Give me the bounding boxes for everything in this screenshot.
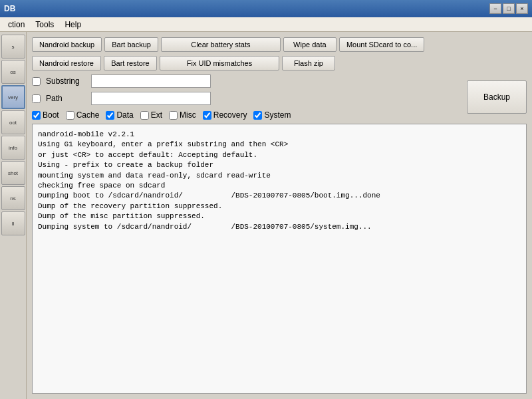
data-checkbox-label[interactable]: Data	[106, 110, 133, 120]
path-row: Path	[32, 92, 462, 105]
terminal-line: or just <CR> to accept default: Acceptin…	[38, 150, 521, 160]
substring-label: Substring	[46, 76, 86, 86]
substring-checkbox[interactable]	[32, 77, 41, 86]
sidebar-item-settings[interactable]: ns	[1, 186, 25, 210]
recovery-checkbox-label[interactable]: Recovery	[203, 110, 247, 120]
fix-uid-button[interactable]: Fix UID mismatches	[160, 56, 279, 70]
path-checkbox[interactable]	[32, 94, 41, 103]
boot-label: Boot	[43, 110, 59, 120]
terminal-output: nandroid-mobile v2.2.1Using G1 keyboard,…	[32, 124, 527, 394]
path-label: Path	[46, 94, 86, 103]
options-section: Substring Path Boot	[32, 74, 527, 120]
data-checkbox[interactable]	[106, 111, 114, 120]
terminal-line: nandroid-mobile v2.2.1	[38, 130, 521, 140]
substring-input[interactable]	[91, 74, 211, 88]
sidebar-item-recovery[interactable]: very	[1, 85, 25, 109]
close-button[interactable]: ×	[516, 3, 528, 14]
wipe-data-button[interactable]: Wipe data	[283, 37, 336, 52]
clear-battery-stats-button[interactable]: Clear battery stats	[161, 37, 281, 52]
cache-label: Cache	[76, 110, 100, 120]
terminal-line: Using G1 keyboard, enter a prefix substr…	[38, 140, 521, 150]
system-checkbox[interactable]	[253, 111, 262, 120]
titlebar-title: DB	[4, 4, 15, 13]
terminal-line: Dump of the misc partition suppressed.	[38, 211, 521, 221]
substring-row: Substring	[32, 74, 462, 88]
mount-sdcard-button[interactable]: Mount SDcard to co...	[339, 37, 424, 52]
terminal-line: checking free space on sdcard	[38, 181, 521, 191]
backup-button[interactable]: Backup	[467, 80, 527, 114]
recovery-label: Recovery	[213, 110, 247, 120]
recovery-checkbox[interactable]	[203, 111, 211, 120]
terminal-line: Dumping boot to /sdcard/nandroid/ /BDS-2…	[38, 191, 521, 201]
menu-item-help[interactable]: Help	[59, 19, 86, 31]
terminal-line: Using - prefix to create a backup folder	[38, 160, 521, 170]
sidebar-item-screenshot[interactable]: shot	[1, 161, 25, 185]
button-row-1: Nandroid backup Bart backup Clear batter…	[32, 37, 527, 52]
sidebar-item-shell[interactable]: ll	[1, 211, 25, 235]
sidebar-item-s[interactable]: s	[1, 35, 25, 59]
cache-checkbox[interactable]	[66, 111, 74, 120]
menubar: ction Tools Help	[0, 17, 532, 32]
checkbox-row: Boot Cache Data Ext	[32, 110, 462, 120]
bart-restore-button[interactable]: Bart restore	[104, 56, 157, 70]
misc-checkbox[interactable]	[169, 111, 178, 120]
minimize-button[interactable]: −	[489, 3, 501, 14]
options-fields: Substring Path Boot	[32, 74, 462, 120]
misc-checkbox-label[interactable]: Misc	[169, 110, 196, 120]
nandroid-restore-button[interactable]: Nandroid restore	[32, 56, 101, 70]
boot-checkbox-label[interactable]: Boot	[32, 110, 59, 120]
titlebar-controls: − □ ×	[489, 3, 528, 14]
data-label: Data	[116, 110, 133, 120]
menu-item-tools[interactable]: Tools	[30, 19, 59, 31]
cache-checkbox-label[interactable]: Cache	[66, 110, 100, 120]
maximize-button[interactable]: □	[503, 3, 515, 14]
ext-checkbox-label[interactable]: Ext	[140, 110, 162, 120]
system-label: System	[264, 110, 291, 120]
flash-zip-button[interactable]: Flash zip	[282, 56, 335, 70]
content-area: Nandroid backup Bart backup Clear batter…	[27, 32, 532, 399]
sidebar-item-boot[interactable]: oot	[1, 110, 25, 134]
boot-checkbox[interactable]	[32, 111, 41, 120]
terminal-line: Dump of the recovery partition suppresse…	[38, 201, 521, 211]
main-container: s os very oot info shot ns ll Nandroid b…	[0, 32, 532, 399]
path-input[interactable]	[91, 92, 211, 105]
sidebar-item-info[interactable]: info	[1, 136, 25, 160]
menu-item-action[interactable]: ction	[3, 19, 30, 31]
nandroid-backup-button[interactable]: Nandroid backup	[32, 37, 102, 52]
sidebar: s os very oot info shot ns ll	[0, 32, 27, 399]
bart-backup-button[interactable]: Bart backup	[104, 37, 158, 52]
terminal-line: mounting system and data read-only, sdca…	[38, 171, 521, 181]
terminal-line: Dumping system to /sdcard/nandroid/ /BDS…	[38, 222, 521, 232]
misc-label: Misc	[180, 110, 196, 120]
ext-label: Ext	[151, 110, 162, 120]
backup-button-container: Backup	[467, 74, 527, 120]
sidebar-item-os[interactable]: os	[1, 60, 25, 84]
ext-checkbox[interactable]	[140, 111, 149, 120]
titlebar: DB − □ ×	[0, 0, 532, 17]
button-row-2: Nandroid restore Bart restore Fix UID mi…	[32, 56, 527, 70]
system-checkbox-label[interactable]: System	[253, 110, 291, 120]
